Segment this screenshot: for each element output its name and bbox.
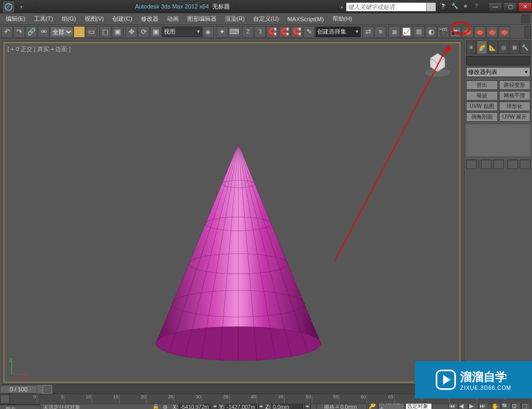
- snap-2d-button[interactable]: 2: [242, 26, 254, 38]
- manipulate-button[interactable]: ✦: [216, 26, 228, 38]
- menu-tools[interactable]: 工具(T): [30, 14, 57, 24]
- pin-stack-button[interactable]: [466, 160, 477, 169]
- title-arrow-icon[interactable]: ▸: [341, 4, 344, 10]
- teapot2-button[interactable]: 🫖: [498, 26, 510, 38]
- maximize-button[interactable]: ▢: [503, 2, 517, 12]
- viewport[interactable]: [ + 0 正交 ] 真实 + 边面 ]: [2, 40, 462, 385]
- tab-display[interactable]: 🖥: [509, 40, 519, 54]
- angle-snap-button[interactable]: 🧲: [267, 26, 278, 38]
- cone-object[interactable]: [148, 141, 329, 370]
- menu-modifiers[interactable]: 修改器: [137, 14, 162, 24]
- align-button[interactable]: ≡: [375, 26, 386, 38]
- toolbar-overflow[interactable]: [525, 26, 531, 38]
- menu-overflow-icon[interactable]: [521, 15, 530, 23]
- main-toolbar: ↶ ↷ 🔗 ⚮ 全部 ⬚ ▭ ▢ ▣ ✥ ⟳ ▣ 视图▼ ◈ ✦ ⌨ 2 3 🧲…: [0, 25, 532, 39]
- qat-arrow-icon[interactable]: ▾: [20, 4, 23, 10]
- viewcube[interactable]: [423, 48, 452, 78]
- curve-editor-button[interactable]: 📈: [401, 26, 412, 38]
- percent-snap-button[interactable]: 🧲: [279, 26, 290, 38]
- tab-motion[interactable]: ◎: [498, 40, 509, 54]
- named-sel-set[interactable]: 创建选择集▼: [315, 27, 361, 37]
- rect-region-button[interactable]: ▢: [99, 26, 111, 38]
- mod-uvwunwrap[interactable]: UVW 展开: [499, 112, 531, 122]
- mod-pathdeform[interactable]: 路径变形: [499, 80, 531, 90]
- trackbar-toggle[interactable]: [0, 394, 10, 404]
- layers-button[interactable]: ≣: [388, 26, 400, 38]
- menu-animation[interactable]: 动画: [163, 14, 182, 24]
- selection-filter[interactable]: 全部: [50, 27, 73, 37]
- menu-grapheditors[interactable]: 图形编辑器: [184, 14, 220, 24]
- remove-modifier-button[interactable]: [508, 160, 518, 169]
- minimize-button[interactable]: —: [488, 2, 502, 12]
- menu-edit[interactable]: 编辑(E): [2, 14, 29, 24]
- tab-create[interactable]: ✳: [466, 40, 476, 54]
- link-button[interactable]: 🔗: [26, 26, 37, 38]
- select-by-name-button[interactable]: ▭: [86, 26, 97, 38]
- spinner-snap-button[interactable]: 🧲: [291, 26, 303, 38]
- search-box[interactable]: [346, 2, 436, 12]
- menu-maxscript[interactable]: MAXScript(M): [284, 15, 327, 23]
- lock-selection-icon[interactable]: 🔒: [152, 404, 160, 409]
- coord-x[interactable]: -5410.972m: [179, 403, 211, 410]
- scale-button[interactable]: ▣: [150, 26, 162, 38]
- unlink-button[interactable]: ⚮: [38, 26, 49, 38]
- star-icon[interactable]: ★: [463, 3, 471, 11]
- mod-meshsmooth[interactable]: 网格平滑: [499, 91, 531, 101]
- viewport-label[interactable]: [ + 0 正交 ] 真实 + 边面 ]: [7, 45, 71, 53]
- mod-uvwmap[interactable]: UVW 贴图: [466, 102, 498, 111]
- undo-button[interactable]: ↶: [1, 26, 13, 38]
- wrench-icon[interactable]: 🔧: [451, 3, 460, 11]
- mod-bevelprofile[interactable]: 倒角剖面: [466, 112, 498, 122]
- close-button[interactable]: ✕: [518, 2, 532, 12]
- select-object-button[interactable]: ⬚: [73, 26, 85, 38]
- redo-button[interactable]: ↷: [13, 26, 25, 38]
- keyboard-shortcut-button[interactable]: ⌨: [228, 26, 240, 38]
- ref-coord-system[interactable]: 视图▼: [162, 27, 202, 37]
- status-bar: 所在行: 未选定任何对象 🔒 ⊕ X: -5410.972m◂▸ Y: -142…: [0, 404, 532, 409]
- mod-noise[interactable]: 噪波: [466, 91, 498, 101]
- mod-spherify[interactable]: 球形化: [499, 102, 531, 111]
- mirror-button[interactable]: ⇄: [362, 26, 374, 38]
- show-end-result-button[interactable]: [481, 160, 492, 169]
- search-input[interactable]: [346, 3, 426, 11]
- tab-hierarchy[interactable]: 📐: [488, 40, 498, 54]
- schematic-view-button[interactable]: ⊞: [413, 26, 425, 38]
- menu-customize[interactable]: 自定义(U): [250, 14, 282, 24]
- render-button[interactable]: 🫖: [462, 26, 473, 38]
- configure-sets-button[interactable]: [520, 160, 530, 169]
- tab-modify[interactable]: 🌈: [477, 40, 487, 54]
- quick-render-button[interactable]: 🫖: [474, 26, 486, 38]
- menu-help[interactable]: 帮助(H): [329, 14, 356, 24]
- mod-extrude[interactable]: 挤出: [466, 80, 498, 90]
- material-editor-button[interactable]: ◐: [425, 26, 437, 38]
- coord-z[interactable]: 0.0mm: [271, 403, 303, 410]
- menu-group[interactable]: 组(G): [58, 14, 80, 24]
- coord-y[interactable]: -1427.007m: [225, 403, 257, 410]
- search-button[interactable]: [426, 3, 436, 11]
- tab-utilities[interactable]: 🔧: [520, 40, 530, 54]
- app-title: Autodesk 3ds Max 2012 x64 无标题: [26, 3, 339, 11]
- binoculars-icon[interactable]: 🔭: [439, 3, 448, 11]
- move-button[interactable]: ✥: [126, 26, 137, 38]
- teapot1-button[interactable]: 🫖: [486, 26, 498, 38]
- modifier-stack[interactable]: [466, 124, 530, 156]
- make-unique-button[interactable]: [493, 160, 504, 169]
- menu-render[interactable]: 渲染(R): [221, 14, 248, 24]
- watermark: 溜溜自学 ZIXUE.3D66.COM: [415, 361, 532, 398]
- app-logo[interactable]: [2, 1, 15, 13]
- menu-view[interactable]: 视图(V): [81, 14, 108, 24]
- snap-3d-button[interactable]: 3: [254, 26, 266, 38]
- axis-tripod: z x: [7, 357, 29, 379]
- time-slider-handle[interactable]: 0 / 100: [0, 385, 43, 394]
- isolate-icon[interactable]: ⊕: [163, 404, 168, 409]
- help-icon[interactable]: ?: [475, 3, 483, 11]
- rotate-button[interactable]: ⟳: [138, 26, 149, 38]
- modifier-list-dropdown[interactable]: 修改器列表▼: [466, 67, 530, 77]
- menu-create[interactable]: 创建(C): [109, 14, 136, 24]
- object-name-field[interactable]: [466, 56, 530, 65]
- edit-named-sel-button[interactable]: ✎: [303, 26, 315, 38]
- pivot-center-button[interactable]: ◈: [202, 26, 214, 38]
- window-crossing-button[interactable]: ▣: [112, 26, 123, 38]
- render-setup-button[interactable]: 🎬: [437, 26, 449, 38]
- render-frame-button[interactable]: 📷: [450, 26, 461, 38]
